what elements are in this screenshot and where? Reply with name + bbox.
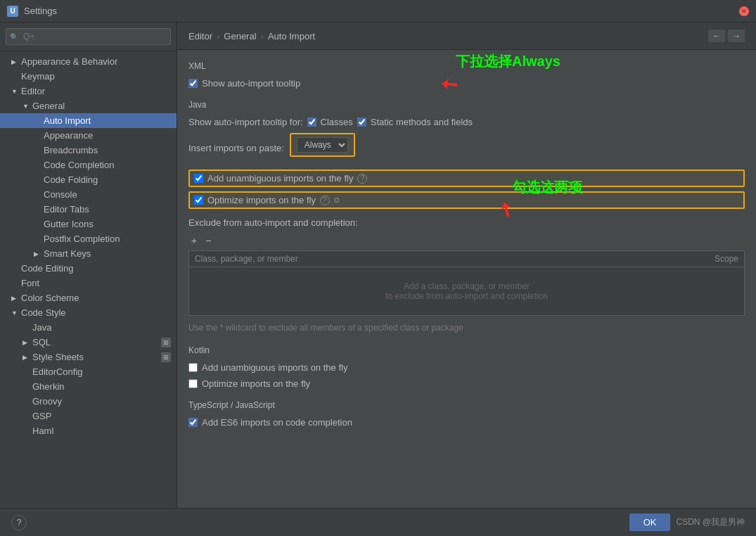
nav-forward-button[interactable]: → [728, 30, 745, 42]
search-box [0, 23, 177, 51]
exclude-table: Class, package, or member Scope Add a cl… [188, 250, 745, 316]
sidebar-item-groovy[interactable]: Groovy [0, 394, 177, 409]
sidebar-item-sql[interactable]: ▶ SQL ⊞ [0, 335, 177, 350]
nav-back-button[interactable]: ← [708, 30, 725, 42]
sidebar-item-label: Code Style [21, 307, 66, 318]
sidebar-item-code-completion[interactable]: Code Completion [0, 158, 177, 172]
xml-show-tooltip-row: Show auto-import tooltip [188, 78, 745, 89]
window-controls: ✕ [739, 6, 749, 16]
sidebar-item-label: Appearance & Behavior [21, 56, 117, 67]
static-methods-checkbox[interactable] [357, 117, 366, 127]
sidebar-item-label: SQL [32, 337, 51, 347]
search-input[interactable] [6, 28, 171, 45]
sidebar-item-label: General [32, 101, 65, 111]
sidebar-item-breadcrumbs[interactable]: Breadcrumbs [0, 143, 177, 158]
arrow-icon: ▶ [34, 250, 41, 257]
exclude-toolbar: + − [188, 234, 745, 248]
window-title: Settings [24, 6, 739, 16]
annotation-dropdown-text: 下拉选择Always [456, 52, 560, 71]
sidebar-item-appearance[interactable]: Appearance [0, 128, 177, 143]
sidebar-item-keymap[interactable]: Keymap [0, 69, 177, 84]
add-imports-info-icon[interactable]: ? [357, 174, 367, 184]
sidebar-item-label: Gherkin [32, 381, 65, 392]
sidebar-item-label: Smart Keys [44, 248, 91, 259]
ok-button[interactable]: OK [629, 513, 671, 531]
sidebar-item-label: EditorConfig [32, 366, 83, 377]
sidebar-item-label: Code Completion [44, 160, 114, 170]
kotlin-optimize-checkbox[interactable] [188, 379, 198, 388]
add-imports-row: Add unambiguous imports on the fly ? [188, 170, 745, 187]
insert-paste-select[interactable]: Always Ask Never [297, 137, 348, 153]
table-empty-line2: to exclude from auto-import and completi… [203, 291, 730, 301]
sidebar-item-label: Gutter Icons [44, 219, 94, 229]
sidebar-item-editorconfig[interactable]: EditorConfig [0, 364, 177, 379]
panel-body: XML Show auto-import tooltip 下拉选择Always … [177, 50, 756, 508]
main-content: ▶ Appearance & Behavior Keymap ▼ Editor … [0, 23, 756, 508]
kotlin-optimize-row: Optimize imports on the fly [188, 378, 745, 389]
sidebar-item-label: Font [21, 278, 39, 288]
sidebar-item-code-style[interactable]: ▼ Code Style [0, 305, 177, 320]
sidebar-item-label: Style Sheets [32, 352, 84, 362]
insert-paste-dropdown-wrapper: Always Ask Never [290, 133, 355, 157]
kotlin-add-imports-row: Add unambiguous imports on the fly [188, 362, 745, 373]
classes-checkbox[interactable] [307, 117, 316, 127]
arrow-icon: ▶ [23, 354, 30, 361]
sidebar-item-general[interactable]: ▼ General [0, 98, 177, 113]
add-imports-checkbox[interactable] [194, 174, 203, 183]
optimize-imports-copy-icon[interactable]: ⧉ [334, 196, 340, 205]
show-tooltip-label: Show auto-import tooltip for: [188, 117, 303, 127]
kotlin-section-label: Kotlin [188, 345, 745, 355]
xml-show-tooltip-label: Show auto-import tooltip [202, 78, 300, 89]
help-button[interactable]: ? [11, 515, 27, 530]
remove-exclude-button[interactable]: − [203, 234, 214, 248]
sidebar-item-gsp[interactable]: GSP [0, 409, 177, 423]
table-empty-message: Add a class, package, or member to exclu… [189, 267, 744, 315]
optimize-imports-info-icon[interactable]: ? [320, 196, 330, 205]
settings-window: U Settings ✕ ▶ Appearance & Behavior Key… [0, 0, 756, 536]
annotation-check-text: 勾选这两项 [512, 178, 582, 197]
sidebar-item-editor-tabs[interactable]: Editor Tabs [0, 202, 177, 217]
watermark-text: CSDN @我是男神 [676, 516, 745, 528]
sidebar-item-label: Console [44, 189, 77, 200]
sidebar-item-code-folding[interactable]: Code Folding [0, 172, 177, 187]
sidebar-item-label: Auto Import [44, 115, 91, 126]
arrow-icon: ▶ [11, 58, 18, 65]
sidebar-item-code-editing[interactable]: Code Editing [0, 261, 177, 276]
sidebar: ▶ Appearance & Behavior Keymap ▼ Editor … [0, 23, 177, 508]
ts-es6-checkbox[interactable] [188, 418, 198, 427]
arrow-icon: ▼ [11, 310, 18, 317]
sidebar-item-auto-import[interactable]: Auto Import [0, 113, 177, 128]
kotlin-add-imports-checkbox[interactable] [188, 363, 198, 372]
breadcrumb-sep2: › [261, 31, 264, 42]
sidebar-item-label: Haml [32, 426, 53, 436]
sidebar-item-font[interactable]: Font [0, 276, 177, 291]
breadcrumb-editor: Editor [188, 31, 212, 42]
settings-tree: ▶ Appearance & Behavior Keymap ▼ Editor … [0, 51, 177, 508]
search-wrapper [6, 28, 171, 45]
sidebar-item-label: GSP [32, 411, 51, 421]
sidebar-item-java[interactable]: Java [0, 320, 177, 335]
kotlin-optimize-label: Optimize imports on the fly [202, 378, 310, 389]
sidebar-item-gherkin[interactable]: Gherkin [0, 379, 177, 394]
sidebar-item-appearance-behavior[interactable]: ▶ Appearance & Behavior [0, 54, 177, 69]
sidebar-item-style-sheets[interactable]: ▶ Style Sheets ⊞ [0, 350, 177, 364]
sidebar-item-color-scheme[interactable]: ▶ Color Scheme [0, 291, 177, 305]
sidebar-item-gutter-icons[interactable]: Gutter Icons [0, 217, 177, 231]
optimize-imports-label: Optimize imports on the fly [207, 195, 316, 205]
sidebar-item-smart-keys[interactable]: ▶ Smart Keys [0, 246, 177, 261]
xml-show-tooltip-checkbox[interactable] [188, 79, 198, 88]
sidebar-item-editor[interactable]: ▼ Editor [0, 84, 177, 98]
wildcard-hint: Use the * wildcard to exclude all member… [188, 321, 745, 334]
table-col1-header: Class, package, or member [195, 254, 298, 264]
add-exclude-button[interactable]: + [188, 234, 200, 248]
sidebar-item-haml[interactable]: Haml [0, 423, 177, 438]
sidebar-item-label: Editor [21, 86, 45, 96]
show-tooltip-row: Show auto-import tooltip for: Classes St… [188, 117, 745, 127]
sidebar-item-label: Color Scheme [21, 293, 79, 303]
optimize-imports-checkbox[interactable] [194, 196, 203, 205]
breadcrumb-general: General [224, 31, 256, 42]
sidebar-item-postfix-completion[interactable]: Postfix Completion [0, 231, 177, 246]
sidebar-item-label: Editor Tabs [44, 204, 89, 215]
sidebar-item-console[interactable]: Console [0, 187, 177, 202]
close-button[interactable]: ✕ [739, 6, 749, 16]
